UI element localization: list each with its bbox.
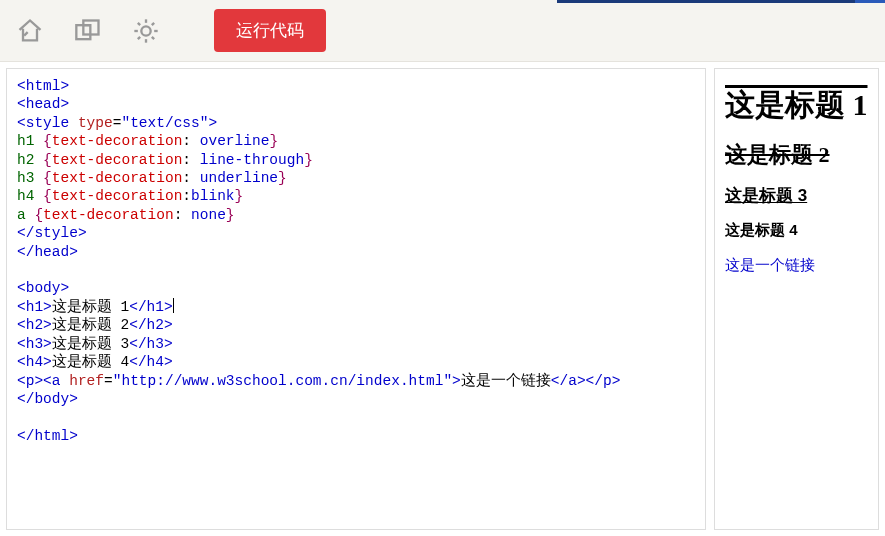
preview-h3: 这是标题 3 — [725, 184, 868, 207]
code-token: h2 — [17, 152, 43, 168]
svg-line-10 — [138, 36, 140, 38]
code-token: h3 — [17, 170, 43, 186]
code-token: a — [17, 207, 34, 223]
code-token: } — [304, 152, 313, 168]
preview-panel: 这是标题 1 这是标题 2 这是标题 3 这是标题 4 这是一个链接 — [714, 68, 879, 530]
preview-link[interactable]: 这是一个链接 — [725, 256, 815, 273]
code-token: 这是标题 1 — [52, 299, 129, 315]
code-token: underline — [200, 170, 278, 186]
code-token: } — [235, 188, 244, 204]
code-token: } — [226, 207, 235, 223]
code-editor[interactable]: <html> <head> <style type="text/css"> h1… — [6, 68, 706, 530]
code-token: text-decoration — [52, 133, 183, 149]
code-token: 这是一个链接 — [461, 373, 551, 389]
code-token: none — [191, 207, 226, 223]
code-token: <h4> — [17, 354, 52, 370]
svg-line-8 — [138, 22, 140, 24]
top-banner-decoration — [557, 0, 885, 3]
code-token: blink — [191, 188, 235, 204]
code-token: </body> — [17, 391, 78, 407]
code-token: text-decoration — [43, 207, 174, 223]
preview-h4: 这是标题 4 — [725, 221, 868, 240]
code-token: href — [61, 373, 105, 389]
code-token: : — [174, 207, 191, 223]
code-token: text-decoration — [52, 170, 183, 186]
code-token: <head> — [17, 96, 69, 112]
code-token: : — [182, 152, 199, 168]
code-token: </h3> — [129, 336, 173, 352]
layout-panels-icon[interactable] — [68, 11, 108, 51]
svg-line-9 — [152, 36, 154, 38]
theme-sun-icon[interactable] — [126, 11, 166, 51]
code-token: = — [104, 373, 113, 389]
code-token: </h1> — [129, 299, 173, 315]
code-token: text-decoration — [52, 188, 183, 204]
code-token: <h1> — [17, 299, 52, 315]
code-token: <body> — [17, 280, 69, 296]
code-token: 这是标题 4 — [52, 354, 129, 370]
code-token: <p><a — [17, 373, 61, 389]
code-token: <h2> — [17, 317, 52, 333]
code-token: h1 — [17, 133, 43, 149]
code-token: <html> — [17, 78, 69, 94]
svg-point-3 — [141, 26, 150, 35]
code-token: h4 — [17, 188, 43, 204]
code-token: overline — [200, 133, 270, 149]
code-token: > — [452, 373, 461, 389]
code-token: line-through — [200, 152, 304, 168]
code-token: "text/css" — [121, 115, 208, 131]
toolbar: 运行代码 — [0, 0, 885, 62]
code-token: { — [34, 207, 43, 223]
code-token: </head> — [17, 244, 78, 260]
code-token: </a></p> — [551, 373, 621, 389]
preview-h1: 这是标题 1 — [725, 85, 868, 126]
preview-h2: 这是标题 2 — [725, 140, 868, 170]
code-token: 这是标题 2 — [52, 317, 129, 333]
home-icon[interactable] — [10, 11, 50, 51]
code-token: "http://www.w3school.com.cn/index.html" — [113, 373, 452, 389]
code-token: <style — [17, 115, 69, 131]
code-token: : — [182, 133, 199, 149]
code-token: </h4> — [129, 354, 173, 370]
code-token: { — [43, 188, 52, 204]
svg-line-11 — [152, 22, 154, 24]
code-token: </html> — [17, 428, 78, 444]
text-cursor — [173, 298, 174, 313]
code-token: { — [43, 152, 52, 168]
code-token: </h2> — [129, 317, 173, 333]
code-token: 这是标题 3 — [52, 336, 129, 352]
preview-paragraph: 这是一个链接 — [725, 256, 868, 275]
panels-wrapper: <html> <head> <style type="text/css"> h1… — [0, 62, 885, 536]
code-token: { — [43, 170, 52, 186]
code-token: : — [182, 188, 191, 204]
code-token: </style> — [17, 225, 87, 241]
code-token: } — [278, 170, 287, 186]
code-token: : — [182, 170, 199, 186]
run-code-button[interactable]: 运行代码 — [214, 9, 326, 52]
code-token: { — [43, 133, 52, 149]
code-token: } — [269, 133, 278, 149]
code-token: <h3> — [17, 336, 52, 352]
code-token: > — [208, 115, 217, 131]
code-token: type — [69, 115, 113, 131]
code-token: text-decoration — [52, 152, 183, 168]
